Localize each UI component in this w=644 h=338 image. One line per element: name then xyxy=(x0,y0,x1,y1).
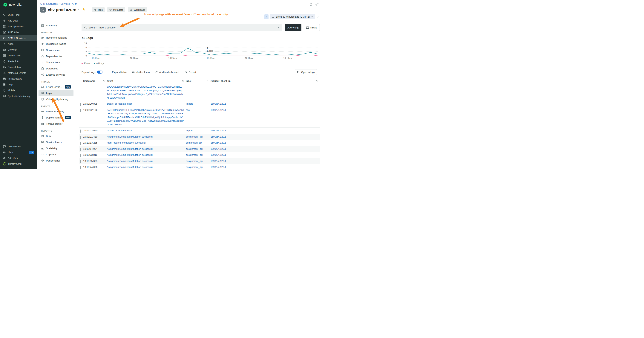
request-client-ip-link[interactable]: 169.254.129.1 xyxy=(210,102,226,105)
query-logs-button[interactable]: Query logs xyxy=(284,24,302,31)
request-client-ip-link[interactable]: 169.254.129.1 xyxy=(210,109,226,111)
sidebar-item-apm-services[interactable]: APM & Services xyxy=(0,35,37,41)
subnav-item-sla[interactable]: SLA xyxy=(38,133,74,139)
add-to-dashboard-button[interactable]: Add to dashboard xyxy=(155,71,179,74)
column-header-request-client-ip[interactable]: request_client_ip xyxy=(210,78,320,84)
table-row[interactable]: 10:09:22.196<ASGIRequest: GET '/sso/call… xyxy=(79,107,320,128)
subnav-item-service-map[interactable]: Service map xyxy=(38,47,74,53)
sidebar-item-errors-inbox[interactable]: Errors Inbox xyxy=(0,64,37,70)
request-client-ip-link[interactable]: 169.254.129.1 xyxy=(210,166,226,168)
label-link[interactable]: import xyxy=(186,102,192,105)
row-select-checkbox[interactable] xyxy=(80,154,80,157)
add-column-button[interactable]: Add column xyxy=(132,71,150,74)
help-circle-icon[interactable] xyxy=(309,3,313,6)
logs-options-button[interactable] xyxy=(316,37,319,40)
time-forward-button[interactable] xyxy=(316,16,320,18)
remove-column-button[interactable] xyxy=(103,80,105,82)
remove-column-button[interactable] xyxy=(316,80,318,82)
table-row[interactable]: 10:10:23.815AssignmentCompletionMutation… xyxy=(79,152,320,158)
row-select-checkbox[interactable] xyxy=(80,142,80,145)
subnav-item-deployments[interactable]: DeploymentsNew xyxy=(38,115,74,121)
event-link[interactable]: AssignmentCompletionMutation successful xyxy=(107,135,153,138)
row-select-checkbox[interactable] xyxy=(80,148,80,151)
subnav-item-summary[interactable]: Summary xyxy=(38,23,74,29)
event-link[interactable]: mark_course_completion successful xyxy=(107,141,146,144)
legend-all-logs[interactable]: All Logs xyxy=(94,62,104,65)
request-client-ip-link[interactable]: 169.254.129.1 xyxy=(210,153,226,156)
column-header-timestamp[interactable]: timestamp xyxy=(83,78,107,84)
table-row[interactable]: 10:09:22.540create_or_update_userimport1… xyxy=(79,128,320,134)
favorite-star-button[interactable] xyxy=(82,8,85,12)
sidebar-item-alerts-ai[interactable]: Alerts & AI xyxy=(0,58,37,64)
chip-tags[interactable]: Tags xyxy=(92,7,105,12)
entity-switcher-chevron[interactable] xyxy=(78,8,80,12)
table-row[interactable]: 10:10:35.305AssignmentCompletionMutation… xyxy=(79,158,320,164)
request-client-ip-link[interactable]: 169.254.129.1 xyxy=(210,135,226,138)
label-link[interactable]: assignment_api xyxy=(186,166,203,168)
sidebar-item-add-data[interactable]: Add Data xyxy=(0,18,37,24)
clear-query-button[interactable] xyxy=(277,26,280,29)
nrql-button[interactable]: NRQL xyxy=(304,24,320,31)
subnav-item-performance[interactable]: Performance xyxy=(38,158,74,164)
subnav-item-vulnerability-management[interactable]: Vulnerability Management xyxy=(38,96,74,102)
subnav-item-external-services[interactable]: External services xyxy=(38,72,74,78)
subnav-item-recommendations[interactable]: Recommendations xyxy=(38,35,74,41)
copy-link-icon[interactable] xyxy=(315,3,319,6)
remove-column-button[interactable] xyxy=(206,80,209,82)
sidebar-item-add-user[interactable]: Add User xyxy=(0,155,37,161)
row-select-checkbox[interactable] xyxy=(80,136,80,139)
label-link[interactable]: assignment_api xyxy=(186,135,203,138)
breadcrumb-link-apm-services[interactable]: APM & Services xyxy=(40,3,58,5)
subnav-item-distributed-tracing[interactable]: Distributed tracing xyxy=(38,41,74,47)
new-relic-logo[interactable]: new relic. xyxy=(0,0,37,9)
subnav-item-dependencies[interactable]: Dependencies xyxy=(38,53,74,59)
sidebar-item-dashboards[interactable]: Dashboards xyxy=(0,53,37,58)
chip-metadata[interactable]: Metadata xyxy=(107,7,125,12)
row-select-checkbox[interactable] xyxy=(80,109,80,112)
request-client-ip-link[interactable]: 169.254.129.1 xyxy=(210,129,226,132)
label-link[interactable]: completion_api xyxy=(186,141,202,144)
expand-table-button[interactable]: Expand table xyxy=(108,71,127,74)
request-client-ip-link[interactable]: 169.254.129.1 xyxy=(210,147,226,150)
table-row[interactable]: 10:10:14.094AssignmentCompletionMutation… xyxy=(79,146,320,152)
subnav-item-service-levels[interactable]: Service levels xyxy=(38,139,74,145)
open-in-logs-button[interactable]: Open in logs xyxy=(295,69,317,75)
subnav-item-issues-activity[interactable]: Issues & activity xyxy=(38,108,74,115)
subnav-item-errors-errors-inb[interactable]: Errors (errors inb...New xyxy=(38,84,74,90)
sidebar-item-browser[interactable]: Browser xyxy=(0,47,37,53)
event-link[interactable]: <ASGIRequest: GET '/sso/callback/?state=… xyxy=(107,109,184,126)
event-link[interactable]: JUQVU&code=eyJraWQiOiJjcGltY29yZV8wOTl1M… xyxy=(107,85,183,99)
row-select-checkbox[interactable] xyxy=(80,103,80,106)
sidebar-item-help[interactable]: Help70 xyxy=(0,149,37,155)
sidebar-item-apps[interactable]: Apps xyxy=(0,41,37,47)
sidebar-item-synthetic-monitoring[interactable]: Synthetic Monitoring xyxy=(0,93,37,99)
subnav-item-thread-profiler[interactable]: Thread profiler xyxy=(38,121,74,127)
subnav-item-logs[interactable]: Logs xyxy=(38,90,74,96)
event-link[interactable]: AssignmentCompletionMutation successful xyxy=(107,166,153,168)
subnav-item-scalability[interactable]: Scalability xyxy=(38,145,74,151)
label-link[interactable]: assignment_api xyxy=(186,147,203,150)
event-link[interactable]: AssignmentCompletionMutation successful xyxy=(107,160,153,162)
sidebar-item-infrastructure[interactable]: Infrastructure xyxy=(0,76,37,82)
sidebar-item-mobile[interactable]: Mobile xyxy=(0,87,37,93)
legend-errors[interactable]: Errors xyxy=(82,62,90,65)
expand-logs-toggle[interactable] xyxy=(97,71,102,74)
event-link[interactable]: AssignmentCompletionMutation successful xyxy=(107,153,153,156)
label-link[interactable]: sso xyxy=(186,109,190,111)
sidebar-item-all-capabilities[interactable]: All Capabilities xyxy=(0,24,37,29)
row-select-checkbox[interactable] xyxy=(80,160,80,163)
request-client-ip-link[interactable]: 169.254.129.1 xyxy=(210,160,226,162)
sidebar-item-logs[interactable]: Logs xyxy=(0,82,37,87)
subnav-item-databases[interactable]: Databases xyxy=(38,66,74,72)
subnav-item-transactions[interactable]: Transactions xyxy=(38,59,74,66)
remove-column-button[interactable] xyxy=(182,80,184,82)
event-link[interactable]: AssignmentCompletionMutation successful xyxy=(107,147,153,150)
column-header-event[interactable]: event xyxy=(107,78,186,84)
sidebar-item-discussions[interactable]: Discussions xyxy=(0,144,37,149)
label-link[interactable]: assignment_api xyxy=(186,160,203,162)
event-link[interactable]: create_or_update_user xyxy=(107,129,132,132)
table-row[interactable]: 10:10:44.066AssignmentCompletionMutation… xyxy=(79,164,320,169)
row-select-checkbox[interactable] xyxy=(80,130,80,133)
chip-workloads[interactable]: Workloads xyxy=(128,7,147,12)
column-header-label[interactable]: label xyxy=(186,78,210,84)
